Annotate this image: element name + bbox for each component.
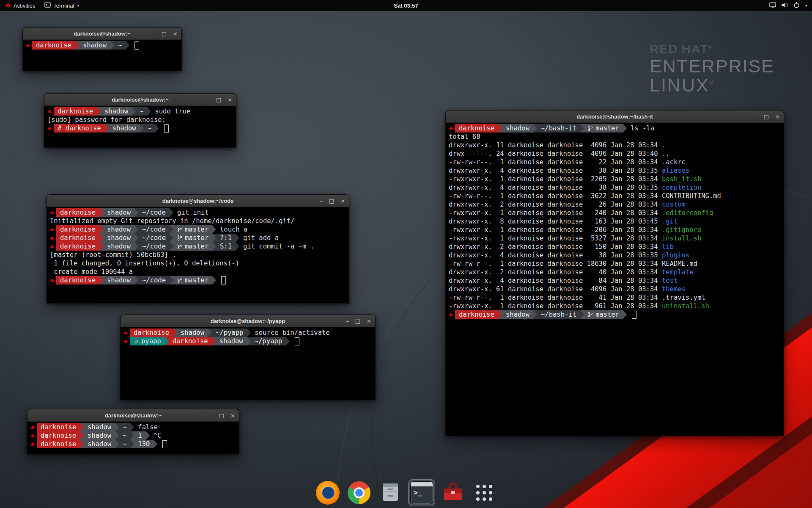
terminal-prompt-line: darknoiseshadow~/codemastertouch a: [48, 225, 349, 234]
terminal-window-1: darknoise@shadow:~–□×darknoiseshadow~: [22, 27, 182, 71]
terminal-body[interactable]: darknoiseshadow~sudo true[sudo] password…: [44, 106, 236, 147]
powerline-arrow: [130, 431, 134, 440]
close-button[interactable]: ×: [775, 114, 780, 119]
powerline-arrow: [286, 337, 290, 345]
powerline-arrow: [134, 225, 138, 234]
prompt-segment-path: ~: [119, 440, 130, 448]
window-titlebar[interactable]: darknoise@shadow:~/code–□×: [47, 195, 349, 207]
terminal-body[interactable]: darknoiseshadow~falsedarknoiseshadow~1^C…: [27, 422, 239, 454]
maximize-button[interactable]: □: [216, 97, 221, 102]
segment-text: pyapp: [141, 337, 161, 345]
window-title: darknoise@shadow:~/pyapp: [121, 318, 375, 324]
terminal-output-line: drwxrwxr-x. 2 darknoise darknoise 26 Jan…: [447, 200, 784, 209]
minimize-button[interactable]: –: [346, 318, 349, 324]
segment-text: shadow: [506, 124, 529, 133]
terminal-body[interactable]: darknoiseshadow~: [23, 40, 181, 71]
file-name: themes: [662, 285, 686, 293]
segment-text: master: [595, 310, 619, 319]
powerline-arrow: [99, 225, 103, 234]
dock-chrome[interactable]: [346, 479, 373, 506]
window-controls: –□×: [346, 315, 371, 327]
ls-columns: drwx------. 24 darknoise darknoise 4096 …: [449, 150, 662, 157]
window-titlebar[interactable]: darknoise@shadow:~–□×: [23, 28, 181, 40]
segment-text: shadow: [107, 234, 131, 242]
segment-text: shadow: [107, 208, 131, 217]
terminal-body[interactable]: darknoiseshadow~/pyappsource bin/activat…: [121, 327, 375, 400]
git-branch-icon: [177, 243, 182, 249]
minimize-button[interactable]: –: [210, 413, 213, 418]
ls-columns: -rw-rw-r--. 1 darknoise darknoise 3622 J…: [449, 192, 662, 200]
terminal-prompt-line: darknoiseshadow~false: [28, 423, 239, 431]
terminal-output-line: -rw-rw-r--. 1 darknoise darknoise 3622 J…: [447, 192, 784, 200]
window-titlebar[interactable]: darknoise@shadow:~/bash-it–□×: [446, 110, 784, 123]
terminal-app-icon: >_: [410, 481, 433, 504]
prompt-segment-host: shadow: [84, 431, 115, 440]
window-titlebar[interactable]: darknoise@shadow:~/pyapp–□×: [121, 315, 375, 327]
terminal-prompt-line: darknoiseshadow~/pyappsource bin/activat…: [121, 329, 375, 337]
maximize-button[interactable]: □: [219, 413, 224, 418]
prompt-segment-host: shadow: [502, 124, 533, 133]
close-button[interactable]: ×: [230, 413, 235, 418]
app-menu-terminal[interactable]: Terminal ▼: [40, 0, 84, 11]
dock-terminal[interactable]: >_: [408, 479, 435, 506]
dock-show-apps[interactable]: [471, 479, 498, 506]
segment-text: 1: [138, 431, 142, 440]
segment-text: ~/bash-it: [541, 124, 576, 133]
close-button[interactable]: ×: [340, 198, 345, 204]
minimize-button[interactable]: –: [320, 198, 323, 204]
close-button[interactable]: ×: [173, 31, 178, 36]
terminal-icon: [44, 2, 51, 9]
terminal-command: git init: [173, 208, 209, 217]
terminal-output-line: -rwxrwxr-x. 1 darknoise darknoise 5327 J…: [447, 234, 784, 243]
redhat-prompt-icon: [48, 276, 56, 284]
powerline-arrow: [212, 225, 216, 234]
window-titlebar[interactable]: darknoise@shadow:~–□×: [44, 94, 236, 106]
segment-text: master: [185, 276, 208, 284]
redhat-prompt-icon: [121, 337, 130, 345]
prompt-segment-path: ~: [144, 124, 155, 133]
terminal-output-line: drwxrwxr-x. 4 darknoise darknoise 38 Jan…: [447, 166, 784, 175]
terminal-output-line: drwxrwxr-x. 8 darknoise darknoise 163 Ja…: [447, 217, 784, 226]
terminal-body[interactable]: darknoiseshadow~/codegit initInitialized…: [47, 207, 349, 303]
dock-files[interactable]: [377, 479, 404, 506]
prompt-segment-git: master: [584, 310, 623, 319]
terminal-prompt-line: darknoiseshadow~/codemaster?:1git add a: [48, 234, 349, 242]
powerline-arrow: [99, 276, 103, 284]
maximize-button[interactable]: □: [162, 31, 167, 36]
redhat-prompt-icon: [28, 423, 37, 431]
git-branch-icon: [177, 226, 182, 232]
prompt-segment-user: darknoise: [130, 329, 173, 337]
clock[interactable]: Sat 03:57: [394, 3, 418, 9]
powerline-arrow: [212, 234, 216, 242]
volume-icon: [781, 2, 788, 9]
maximize-button[interactable]: □: [329, 198, 334, 204]
file-name: .editorconfig: [662, 209, 713, 217]
segment-text: darknoise: [459, 124, 494, 133]
powerline-arrow: [130, 440, 134, 448]
segment-text: ~/code: [142, 242, 166, 251]
window-title: darknoise@shadow:~: [27, 412, 239, 419]
prompt-segment-path: ~: [119, 423, 130, 431]
prompt-segment-user: darknoise: [32, 41, 75, 50]
window-titlebar[interactable]: darknoise@shadow:~–□×: [27, 409, 239, 422]
dock-firefox[interactable]: [314, 479, 341, 506]
close-button[interactable]: ×: [367, 318, 371, 324]
minimize-button[interactable]: –: [754, 114, 757, 119]
close-button[interactable]: ×: [228, 97, 232, 102]
minimize-button[interactable]: –: [207, 97, 210, 102]
activities-button[interactable]: Activities: [0, 0, 40, 11]
segment-text: shadow: [104, 107, 128, 116]
prompt-segment-user: darknoise: [56, 242, 99, 251]
minimize-button[interactable]: –: [152, 31, 155, 36]
powerline-arrow: [498, 124, 502, 133]
maximize-button[interactable]: □: [764, 114, 769, 119]
powerline-arrow: [99, 208, 103, 217]
segment-text: shadow: [107, 225, 131, 234]
dock-software[interactable]: [439, 479, 466, 506]
terminal-body[interactable]: darknoiseshadow~/bash-itmasterls -latota…: [446, 123, 784, 436]
file-name: custom: [662, 201, 686, 208]
prompt-segment-host: shadow: [79, 41, 110, 50]
maximize-button[interactable]: □: [355, 318, 360, 324]
system-menu[interactable]: ▼: [765, 0, 812, 11]
terminal-cursor: [295, 337, 299, 345]
